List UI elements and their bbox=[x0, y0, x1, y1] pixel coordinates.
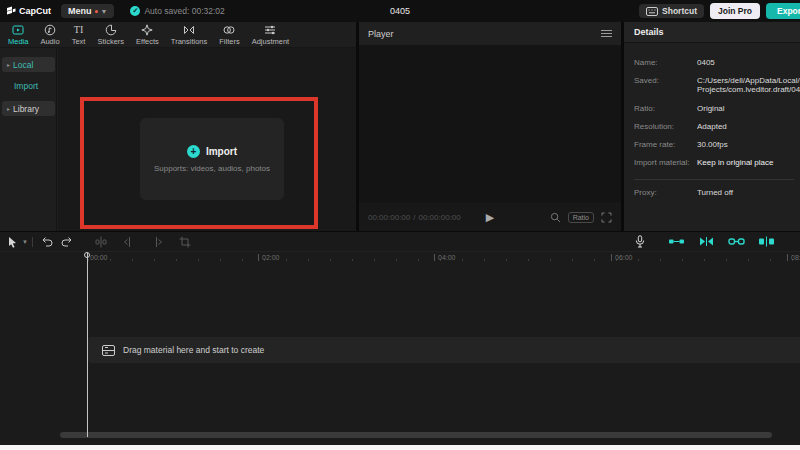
expand-arrow-icon: ▸ bbox=[7, 61, 10, 68]
sidebar-item-label: Library bbox=[13, 104, 39, 114]
divider bbox=[32, 237, 33, 247]
import-hint: Supports: videos, audios, photos bbox=[154, 164, 270, 173]
tab-label: Media bbox=[8, 37, 28, 46]
delete-left-icon bbox=[123, 236, 135, 248]
redo-button[interactable] bbox=[57, 234, 77, 250]
player-controls: 00:00:00:00 / 00:00:00:00 ▶ Ratio bbox=[359, 203, 621, 231]
empty-track-dropzone[interactable]: Drag material here and start to create bbox=[88, 337, 800, 363]
delete-left-button[interactable] bbox=[119, 234, 139, 250]
undo-icon bbox=[41, 236, 53, 247]
app-logo-text: CapCut bbox=[19, 6, 51, 16]
tab-audio[interactable]: Audio bbox=[34, 23, 65, 47]
sparkle-icon bbox=[141, 24, 153, 36]
import-label: Import bbox=[206, 146, 237, 157]
text-icon: TI bbox=[74, 24, 83, 36]
capcut-window: CapCut Menu ▼ ✓ Auto saved: 00:32:02 040… bbox=[0, 0, 800, 450]
tab-label: Audio bbox=[40, 37, 59, 46]
sidebar-item-import[interactable]: Import bbox=[2, 78, 55, 93]
delete-right-button[interactable] bbox=[147, 234, 167, 250]
preview-axis-icon bbox=[758, 236, 775, 247]
tab-label: Stickers bbox=[97, 37, 124, 46]
audio-icon bbox=[44, 24, 56, 36]
detail-label: Saved: bbox=[634, 76, 697, 94]
auto-snap-toggle[interactable] bbox=[696, 234, 716, 250]
detail-label: Import material: bbox=[634, 158, 697, 167]
detail-label: Proxy: bbox=[634, 188, 697, 197]
video-preview bbox=[359, 45, 621, 203]
tab-label: Transitions bbox=[171, 37, 207, 46]
split-button[interactable] bbox=[91, 234, 111, 250]
detail-row-import-material: Import material: Keep in original place bbox=[634, 158, 800, 167]
join-pro-button[interactable]: Join Pro bbox=[710, 3, 760, 19]
detail-value: C:/Users/dell/AppData/Local/C Projects/c… bbox=[697, 76, 800, 94]
detail-row-saved: Saved: C:/Users/dell/AppData/Local/C Pro… bbox=[634, 76, 800, 94]
detail-row-proxy: Proxy: Turned off bbox=[634, 188, 800, 197]
autosaved-check-icon: ✓ bbox=[130, 6, 140, 16]
preview-axis-toggle[interactable] bbox=[756, 234, 776, 250]
sidebar-item-label: Local bbox=[13, 60, 33, 70]
import-dropzone[interactable]: + Import Supports: videos, audios, photo… bbox=[140, 118, 284, 200]
timeline-panel: ▼ bbox=[0, 232, 800, 445]
app-logo: CapCut bbox=[0, 6, 57, 16]
export-label: Export bbox=[777, 6, 800, 16]
media-panel: Media Audio TI Text Stickers Effects Tra… bbox=[0, 22, 356, 231]
chevron-down-icon: ▼ bbox=[101, 8, 108, 15]
crop-icon bbox=[179, 236, 191, 248]
detail-row-name: Name: 0405 bbox=[634, 58, 800, 67]
details-title: Details bbox=[634, 27, 664, 37]
microphone-icon bbox=[634, 235, 646, 248]
crop-button[interactable] bbox=[175, 234, 195, 250]
media-icon bbox=[12, 24, 24, 36]
link-icon bbox=[728, 236, 745, 247]
sidebar-item-library[interactable]: ▸ Library bbox=[2, 101, 55, 116]
horizontal-scrollbar[interactable] bbox=[60, 432, 772, 438]
magnet-icon bbox=[668, 236, 685, 247]
tab-adjustment[interactable]: Adjustment bbox=[246, 23, 296, 47]
autosave-text: Auto saved: 00:32:02 bbox=[144, 6, 224, 16]
media-content-area: + Import Supports: videos, audios, photo… bbox=[58, 48, 356, 231]
title-bar: CapCut Menu ▼ ✓ Auto saved: 00:32:02 040… bbox=[0, 0, 800, 22]
playhead[interactable] bbox=[87, 253, 88, 437]
player-title: Player bbox=[368, 29, 394, 39]
tab-effects[interactable]: Effects bbox=[130, 23, 165, 47]
linkage-toggle[interactable] bbox=[726, 234, 746, 250]
ruler-timestamp: 02:00 bbox=[258, 254, 280, 261]
detail-row-framerate: Frame rate: 30.00fps bbox=[634, 140, 800, 149]
tab-text[interactable]: TI Text bbox=[66, 23, 92, 47]
capcut-logo-icon bbox=[6, 6, 16, 16]
transition-icon bbox=[183, 24, 195, 36]
detail-value: 30.00fps bbox=[697, 140, 800, 149]
detail-value: 0405 bbox=[697, 58, 800, 67]
detail-label: Resolution: bbox=[634, 122, 697, 131]
play-button[interactable]: ▶ bbox=[359, 211, 621, 224]
tab-filters[interactable]: Filters bbox=[213, 23, 245, 47]
menu-label: Menu bbox=[68, 6, 92, 16]
sidebar-item-label: Import bbox=[14, 81, 38, 91]
export-button[interactable]: Export bbox=[766, 3, 800, 19]
cursor-icon bbox=[7, 236, 18, 248]
shortcut-button[interactable]: Shortcut bbox=[639, 4, 704, 18]
tab-label: Effects bbox=[136, 37, 159, 46]
join-pro-label: Join Pro bbox=[718, 6, 752, 16]
tab-transitions[interactable]: Transitions bbox=[165, 23, 213, 47]
main-track-magnet-toggle[interactable] bbox=[666, 234, 686, 250]
filter-icon bbox=[223, 24, 235, 36]
player-panel: Player 00:00:00:00 / 00:00:00:00 ▶ Ratio bbox=[359, 22, 621, 231]
select-tool-button[interactable] bbox=[2, 234, 22, 250]
notification-dot bbox=[95, 10, 98, 13]
player-menu-icon[interactable] bbox=[601, 30, 612, 37]
menu-button[interactable]: Menu ▼ bbox=[61, 4, 114, 18]
record-voiceover-button[interactable] bbox=[630, 234, 650, 250]
timeline-toolbar: ▼ bbox=[0, 232, 800, 252]
chevron-down-icon[interactable]: ▼ bbox=[22, 239, 28, 245]
sliders-icon bbox=[264, 24, 276, 36]
undo-button[interactable] bbox=[37, 234, 57, 250]
tab-media[interactable]: Media bbox=[2, 23, 34, 47]
asset-tabbar: Media Audio TI Text Stickers Effects Tra… bbox=[0, 22, 356, 48]
split-icon bbox=[95, 236, 107, 248]
sidebar-item-local[interactable]: ▸ Local bbox=[2, 57, 55, 72]
tab-label: Filters bbox=[219, 37, 239, 46]
ruler-timestamp: 04:00 bbox=[434, 254, 456, 261]
tab-stickers[interactable]: Stickers bbox=[91, 23, 130, 47]
detail-label: Frame rate: bbox=[634, 140, 697, 149]
